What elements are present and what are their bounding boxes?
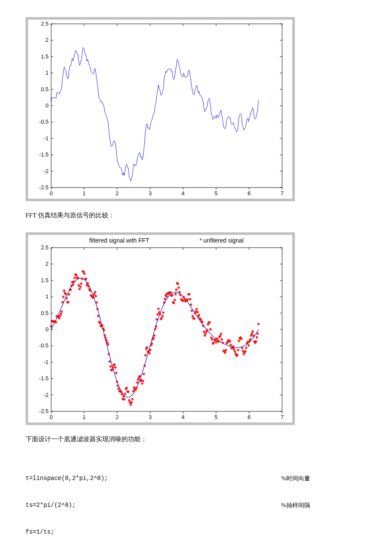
svg-text:-2.5: -2.5: [39, 184, 49, 191]
chart-2-plot-area: 01234567-2.5-2-1.5-1-0.500.511.522.5filt…: [28, 235, 292, 422]
svg-text:* unfilered signal: * unfilered signal: [199, 237, 244, 244]
code-text: fs=1/ts;: [26, 528, 281, 537]
svg-text:6: 6: [248, 414, 251, 420]
chart-1-plot-area: 01234567-2.5-2-1.5-1-0.500.511.522.5: [28, 20, 292, 199]
code-block: t=linspace(0,2*pi,2^8); %时间向量 ts=2*pi/(2…: [26, 456, 366, 546]
chart-1-container: 01234567-2.5-2-1.5-1-0.500.511.522.5: [26, 17, 295, 201]
svg-text:-2: -2: [43, 392, 49, 398]
code-line: fs=1/ts;: [26, 528, 366, 537]
svg-text:7: 7: [280, 190, 283, 197]
caption-lowpass: 下面设计一个底通滤波器实现消噪的功能：: [26, 435, 366, 443]
svg-text:1: 1: [46, 69, 49, 76]
svg-text:2.5: 2.5: [41, 244, 49, 251]
svg-text:4: 4: [182, 190, 184, 197]
chart-1-svg: 01234567-2.5-2-1.5-1-0.500.511.522.5: [28, 20, 287, 199]
svg-text:-1: -1: [43, 135, 49, 142]
svg-text:4: 4: [182, 414, 184, 420]
svg-text:2: 2: [115, 190, 118, 197]
svg-text:-0.5: -0.5: [39, 119, 49, 125]
svg-rect-0: [51, 24, 282, 188]
svg-text:2: 2: [46, 260, 49, 267]
svg-text:1.5: 1.5: [41, 277, 49, 283]
chart-2-svg: 01234567-2.5-2-1.5-1-0.500.511.522.5filt…: [28, 235, 287, 422]
svg-text:0: 0: [49, 414, 52, 420]
svg-text:1: 1: [83, 414, 86, 420]
svg-text:-1: -1: [43, 359, 49, 365]
svg-text:5: 5: [215, 190, 218, 197]
svg-text:0: 0: [46, 102, 49, 109]
svg-text:5: 5: [215, 414, 218, 420]
svg-text:0.5: 0.5: [41, 86, 49, 92]
svg-text:3: 3: [149, 190, 152, 197]
svg-text:filtered signal with FFT: filtered signal with FFT: [89, 237, 150, 244]
svg-text:3: 3: [149, 414, 152, 420]
code-text: ts=2*pi/(2^8);: [26, 501, 281, 510]
svg-text:0: 0: [46, 326, 49, 332]
svg-text:-0.5: -0.5: [39, 342, 49, 349]
svg-text:0.5: 0.5: [41, 310, 49, 316]
svg-text:-2: -2: [43, 168, 49, 174]
svg-rect-58: [51, 248, 282, 411]
svg-text:1: 1: [83, 190, 86, 197]
caption-fft-comparison: FFT 仿真结果与原信号的比较：: [26, 211, 366, 220]
svg-text:1: 1: [46, 293, 49, 300]
code-comment: %时间向量: [281, 474, 310, 483]
svg-text:7: 7: [280, 414, 283, 420]
svg-text:0: 0: [49, 190, 52, 197]
svg-text:-2.5: -2.5: [39, 408, 49, 414]
code-comment: %抽样间隔: [281, 501, 310, 510]
code-line: t=linspace(0,2*pi,2^8); %时间向量: [26, 474, 366, 483]
svg-text:6: 6: [248, 190, 251, 197]
code-text: t=linspace(0,2*pi,2^8);: [26, 474, 281, 483]
svg-text:2: 2: [115, 414, 118, 420]
svg-text:1.5: 1.5: [41, 53, 49, 60]
svg-text:2.5: 2.5: [41, 20, 49, 27]
svg-text:2: 2: [46, 37, 49, 43]
code-line: ts=2*pi/(2^8); %抽样间隔: [26, 501, 366, 510]
chart-2-container: 01234567-2.5-2-1.5-1-0.500.511.522.5filt…: [26, 232, 295, 425]
svg-text:-1.5: -1.5: [39, 151, 49, 158]
svg-text:-1.5: -1.5: [39, 375, 49, 382]
